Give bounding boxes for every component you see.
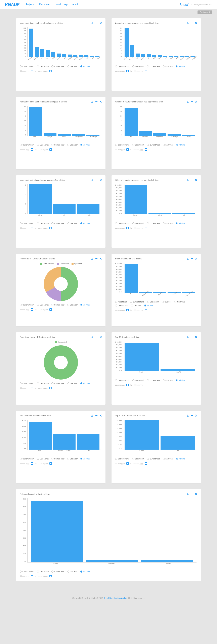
- filter-last-year[interactable]: Last Year: [163, 66, 173, 68]
- filter-current-year[interactable]: Current Year: [51, 570, 64, 572]
- minimize-icon[interactable]: [95, 180, 97, 180]
- close-icon[interactable]: [195, 258, 197, 260]
- filter-current-year[interactable]: Current Year: [147, 379, 160, 381]
- date-from[interactable]: dd.mm.yyyy: [115, 227, 125, 229]
- minimize-icon[interactable]: [191, 494, 193, 494]
- close-icon[interactable]: [99, 258, 102, 260]
- date-from[interactable]: dd.mm.yyyy: [20, 148, 29, 150]
- calendar-icon[interactable]: [31, 387, 33, 389]
- filter-all-time[interactable]: All Time: [176, 458, 185, 460]
- filter-last-year[interactable]: Last Year: [67, 222, 78, 224]
- close-icon[interactable]: [195, 493, 197, 495]
- filter-all-time[interactable]: All Time: [80, 222, 90, 224]
- filter-next-month[interactable]: Next Month: [115, 301, 127, 303]
- filter-current-year[interactable]: Current Year: [51, 458, 64, 460]
- filter-current-year[interactable]: Current Year: [51, 382, 64, 384]
- calendar-icon[interactable]: [31, 308, 33, 311]
- print-icon[interactable]: [187, 100, 189, 103]
- filter-overdue[interactable]: Overdue: [162, 301, 172, 303]
- calendar-icon[interactable]: [126, 148, 129, 151]
- nav-worldmap[interactable]: World map: [56, 0, 67, 9]
- calendar-icon[interactable]: [49, 575, 52, 578]
- date-from[interactable]: dd.mm.yyyy: [115, 148, 125, 150]
- calendar-icon[interactable]: [49, 387, 52, 389]
- filter-all-time[interactable]: All Time: [144, 304, 153, 306]
- filter-current-year[interactable]: Current Year: [147, 144, 160, 146]
- filter-all-time[interactable]: All Time: [176, 66, 185, 68]
- print-icon[interactable]: [187, 22, 189, 24]
- print-icon[interactable]: [91, 414, 93, 417]
- minimize-icon[interactable]: [191, 337, 193, 337]
- minimize-icon[interactable]: [191, 180, 193, 180]
- filter-current-month[interactable]: Current Month: [130, 301, 145, 303]
- calendar-icon[interactable]: [49, 148, 52, 151]
- print-icon[interactable]: [187, 493, 189, 495]
- calendar-icon[interactable]: [145, 462, 147, 465]
- filter-last-month[interactable]: Last Month: [132, 144, 144, 146]
- filter-current-year[interactable]: Current Year: [51, 66, 64, 68]
- date-from[interactable]: dd.mm.yyyy: [20, 462, 29, 464]
- filter-current-month[interactable]: Current Month: [115, 66, 130, 68]
- filter-last-month[interactable]: Last Month: [37, 570, 49, 572]
- filter-all-time[interactable]: All Time: [80, 458, 90, 460]
- calendar-icon[interactable]: [31, 462, 33, 465]
- date-from[interactable]: dd.mm.yyyy: [115, 70, 125, 72]
- filter-last-month[interactable]: Last Month: [37, 458, 49, 460]
- filter-last-year[interactable]: Last Year: [67, 144, 78, 146]
- filter-last-year[interactable]: Last Year: [163, 144, 173, 146]
- filter-current-year[interactable]: Current Year: [115, 304, 128, 306]
- close-icon[interactable]: [99, 336, 102, 338]
- print-icon[interactable]: [91, 336, 93, 338]
- filter-last-year[interactable]: Last Year: [67, 458, 78, 460]
- date-to[interactable]: dd.mm.yyyy: [38, 227, 48, 229]
- close-icon[interactable]: [99, 100, 102, 103]
- nav-dashboard[interactable]: Dashboard: [39, 0, 51, 9]
- filter-last-year[interactable]: Last Year: [163, 458, 173, 460]
- filter-last-year[interactable]: Last Year: [131, 304, 141, 306]
- print-icon[interactable]: [91, 22, 93, 24]
- date-from[interactable]: dd.mm.yyyy: [115, 384, 125, 386]
- minimize-icon[interactable]: [191, 416, 193, 416]
- date-from[interactable]: dd.mm.yyyy: [20, 575, 29, 577]
- date-to[interactable]: dd.mm.yyyy: [134, 309, 143, 311]
- filter-current-month[interactable]: Current Month: [20, 570, 34, 572]
- nav-projects[interactable]: Projects: [26, 0, 34, 9]
- filter-last-year[interactable]: Last Year: [163, 379, 173, 381]
- minimize-icon[interactable]: [95, 258, 97, 259]
- minimize-icon[interactable]: [95, 23, 97, 23]
- user-email[interactable]: irina@dotsknauf.info: [194, 4, 212, 6]
- date-to[interactable]: dd.mm.yyyy: [38, 70, 48, 72]
- calendar-icon[interactable]: [126, 309, 129, 311]
- filter-last-month[interactable]: Last Month: [37, 222, 49, 224]
- calendar-icon[interactable]: [126, 384, 129, 386]
- calendar-icon[interactable]: [49, 227, 52, 229]
- print-icon[interactable]: [91, 100, 93, 103]
- calendar-icon[interactable]: [31, 227, 33, 229]
- calendar-icon[interactable]: [31, 148, 33, 151]
- filter-current-month[interactable]: Current Month: [20, 304, 34, 306]
- calendar-icon[interactable]: [126, 462, 129, 465]
- filter-last-month[interactable]: Last Month: [132, 458, 144, 460]
- date-to[interactable]: dd.mm.yyyy: [38, 308, 48, 310]
- filter-last-month[interactable]: Last Month: [147, 301, 159, 303]
- filter-last-month[interactable]: Last Month: [132, 222, 144, 224]
- minimize-icon[interactable]: [191, 23, 193, 23]
- close-icon[interactable]: [99, 414, 102, 417]
- filter-last-year[interactable]: Last Year: [67, 382, 78, 384]
- filter-current-year[interactable]: Current Year: [147, 222, 160, 224]
- close-icon[interactable]: [195, 100, 197, 103]
- close-icon[interactable]: [99, 22, 102, 24]
- close-icon[interactable]: [195, 22, 197, 24]
- filter-current-month[interactable]: Current Month: [20, 458, 34, 460]
- filter-all-time[interactable]: All Time: [176, 222, 185, 224]
- date-to[interactable]: dd.mm.yyyy: [134, 227, 143, 229]
- print-icon[interactable]: [187, 414, 189, 417]
- date-from[interactable]: dd.mm.yyyy: [115, 462, 125, 464]
- filter-last-month[interactable]: Last Month: [132, 66, 144, 68]
- filter-current-month[interactable]: Current Month: [20, 382, 34, 384]
- filter-all-time[interactable]: All Time: [176, 144, 185, 146]
- date-from[interactable]: dd.mm.yyyy: [20, 227, 29, 229]
- filter-last-year[interactable]: Last Year: [67, 304, 78, 306]
- close-icon[interactable]: [99, 179, 102, 181]
- date-to[interactable]: dd.mm.yyyy: [38, 575, 48, 577]
